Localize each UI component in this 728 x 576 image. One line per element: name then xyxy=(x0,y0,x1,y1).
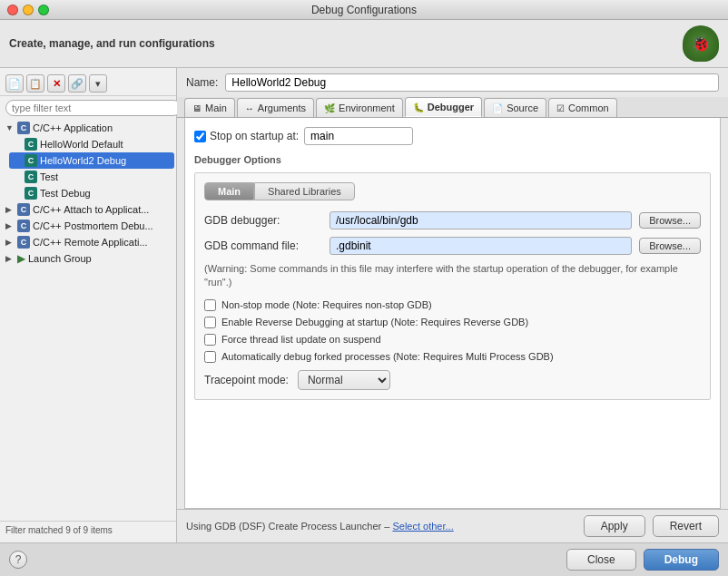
reverse-debug-label: Enable Reverse Debugging at startup (Not… xyxy=(221,317,528,327)
window-controls[interactable] xyxy=(7,5,49,15)
copy-config-button[interactable]: 📋 xyxy=(26,74,44,93)
source-tab-icon: 📄 xyxy=(492,103,503,113)
maximize-window-button[interactable] xyxy=(38,5,49,15)
tab-main[interactable]: 🖥 Main xyxy=(184,98,235,117)
launch-group-icon: ▶ xyxy=(17,252,25,265)
link-config-button[interactable]: 🔗 xyxy=(68,74,86,93)
tree-item-label: HelloWorld Default xyxy=(40,139,123,150)
reverse-debug-checkbox[interactable] xyxy=(204,317,216,328)
dropdown-button[interactable]: ▾ xyxy=(89,74,107,93)
tree-item-test-debug[interactable]: C Test Debug xyxy=(9,185,174,201)
c-item-icon: C xyxy=(25,171,37,183)
c-item-icon: C xyxy=(25,138,37,151)
tree-item-test[interactable]: C Test xyxy=(9,169,174,185)
tree-item-helloworld-default[interactable]: C HelloWorld Default xyxy=(9,136,174,152)
select-other-link[interactable]: Select other... xyxy=(392,521,453,532)
tracepoint-label: Tracepoint mode: xyxy=(204,374,289,386)
sub-tab-main[interactable]: Main xyxy=(204,182,254,200)
tree-item-launch-group[interactable]: ▶ ▶ Launch Group xyxy=(2,250,174,267)
tab-debugger[interactable]: 🐛 Debugger xyxy=(405,97,482,117)
tab-common[interactable]: ☑ Common xyxy=(548,98,617,117)
tree-children: C HelloWorld Default C HelloWorld2 Debug… xyxy=(2,136,174,201)
stop-startup-checkbox[interactable] xyxy=(194,131,206,142)
gdb-debugger-label: GDB debugger: xyxy=(204,214,322,227)
revert-button[interactable]: Revert xyxy=(653,515,719,537)
tree-item-label: C/C++ Postmortem Debu... xyxy=(33,220,153,231)
help-button[interactable]: ? xyxy=(9,551,27,569)
nonstop-mode-label: Non-stop mode (Note: Requires non-stop G… xyxy=(221,299,432,310)
tree-item-label: Test Debug xyxy=(40,188,91,199)
footer-buttons: Close Debug xyxy=(566,549,719,571)
tracepoint-select[interactable]: Normal Fast Automatic xyxy=(298,370,390,390)
c-item-icon: C xyxy=(25,187,37,200)
tab-arguments[interactable]: ↔ Arguments xyxy=(237,98,314,117)
tree-group-cpp-app[interactable]: ▼ C C/C++ Application xyxy=(2,120,174,136)
tree-item-remote[interactable]: ▶ C C/C++ Remote Applicati... xyxy=(2,234,174,250)
c-group-icon: C xyxy=(17,122,30,134)
delete-config-button[interactable]: ✕ xyxy=(47,74,65,93)
tree-item-label: Launch Group xyxy=(28,253,92,264)
tree-item-label: Test xyxy=(40,171,58,182)
tab-source[interactable]: 📄 Source xyxy=(484,98,546,117)
thread-list-checkbox[interactable] xyxy=(204,334,216,346)
bug-icon: 🐞 xyxy=(683,25,719,62)
thread-list-label: Force thread list update on suspend xyxy=(221,334,381,345)
tab-environment[interactable]: 🌿 Environment xyxy=(316,98,403,117)
close-window-button[interactable] xyxy=(7,5,18,15)
stop-startup-input[interactable] xyxy=(304,127,413,145)
tree-item-label: C/C++ Remote Applicati... xyxy=(33,237,148,248)
auto-debug-forked-label: Automatically debug forked processes (No… xyxy=(221,351,554,362)
stop-startup-row: Stop on startup at: xyxy=(194,127,711,145)
gdb-command-browse-button[interactable]: Browse... xyxy=(639,238,701,254)
tab-main-label: Main xyxy=(205,103,227,113)
c-item-icon: C xyxy=(25,154,37,167)
tree-item-helloworld2-debug[interactable]: C HelloWorld2 Debug xyxy=(9,152,174,169)
tree-group-label: C/C++ Application xyxy=(33,122,113,133)
thread-list-row: Force thread list update on suspend xyxy=(204,334,701,346)
content-area: 📄 📋 ✕ 🔗 ▾ ▼ C C/C++ Application xyxy=(0,68,728,542)
status-prefix: Using GDB (DSF) Create Process Launcher … xyxy=(186,521,389,532)
name-label: Name: xyxy=(186,76,218,89)
close-button[interactable]: Close xyxy=(566,549,636,571)
apply-button[interactable]: Apply xyxy=(584,515,645,537)
nonstop-mode-checkbox[interactable] xyxy=(204,299,216,311)
tree-area: ▼ C C/C++ Application C HelloWorld Defau… xyxy=(0,120,176,521)
gdb-command-row: GDB command file: Browse... xyxy=(204,237,701,255)
tracepoint-row: Tracepoint mode: Normal Fast Automatic xyxy=(204,370,701,390)
c-group-icon: C xyxy=(17,236,30,249)
sub-tab-shared-libraries[interactable]: Shared Libraries xyxy=(254,182,355,200)
bottom-status-text: Using GDB (DSF) Create Process Launcher … xyxy=(186,521,576,532)
debug-button[interactable]: Debug xyxy=(644,549,719,571)
tree-item-attach[interactable]: ▶ C C/C++ Attach to Applicat... xyxy=(2,201,174,218)
footer-row: ? Close Debug xyxy=(0,542,728,576)
tab-arguments-label: Arguments xyxy=(258,103,306,113)
gdb-debugger-input[interactable] xyxy=(330,211,632,229)
main-tab-icon: 🖥 xyxy=(192,103,202,113)
debugger-tab-icon: 🐛 xyxy=(413,103,424,112)
help-icon: ? xyxy=(15,553,22,566)
tree-item-postmortem[interactable]: ▶ C C/C++ Postmortem Debu... xyxy=(2,218,174,234)
header-description: Create, manage, and run configurations xyxy=(9,37,215,50)
tree-item-label: HelloWorld2 Debug xyxy=(40,155,126,166)
gdb-debugger-browse-button[interactable]: Browse... xyxy=(639,212,701,229)
sidebar: 📄 📋 ✕ 🔗 ▾ ▼ C C/C++ Application xyxy=(0,68,177,542)
stop-startup-label: Stop on startup at: xyxy=(210,130,299,142)
c-group-icon: C xyxy=(17,203,30,216)
tab-source-label: Source xyxy=(507,103,538,113)
expand-icon: ▼ xyxy=(5,123,15,132)
stop-startup-checkbox-label[interactable]: Stop on startup at: xyxy=(194,130,299,142)
new-config-button[interactable]: 📄 xyxy=(5,74,24,93)
auto-debug-forked-row: Automatically debug forked processes (No… xyxy=(204,351,701,363)
gdb-command-input[interactable] xyxy=(330,237,632,255)
filter-input[interactable] xyxy=(5,100,182,116)
nonstop-mode-row: Non-stop mode (Note: Requires non-stop G… xyxy=(204,299,701,311)
config-dropdown[interactable]: ▾ xyxy=(89,74,107,93)
name-input[interactable] xyxy=(225,73,719,92)
tab-common-label: Common xyxy=(568,103,609,113)
sidebar-toolbar: 📄 📋 ✕ 🔗 ▾ xyxy=(0,72,176,96)
sub-tabs-row: Main Shared Libraries xyxy=(204,182,701,200)
auto-debug-forked-checkbox[interactable] xyxy=(204,351,216,363)
minimize-window-button[interactable] xyxy=(23,5,34,15)
sidebar-footer: Filter matched 9 of 9 items xyxy=(0,521,176,539)
right-panel: Name: 🖥 Main ↔ Arguments 🌿 Environment xyxy=(177,68,728,542)
